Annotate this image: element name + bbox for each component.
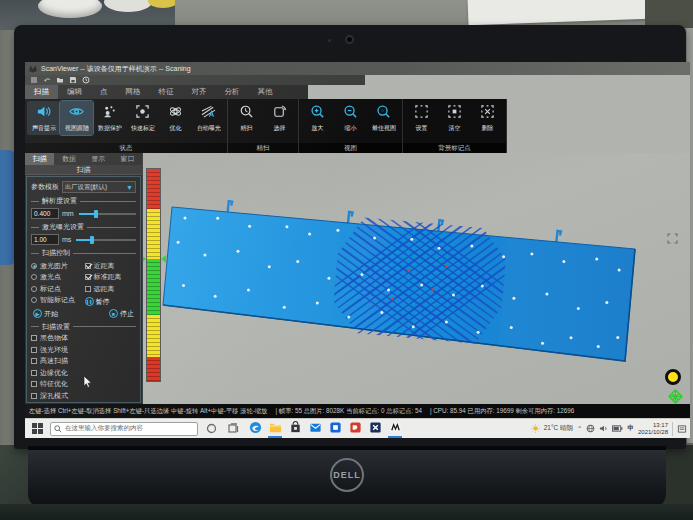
cortana-button[interactable] (202, 420, 220, 438)
red-marker-point (408, 270, 411, 273)
dell-logo: DELL (330, 458, 364, 492)
marker-point (502, 255, 505, 258)
scanviewer-app-button[interactable] (386, 420, 404, 438)
mouse-hints: 左键-选择 Ctrl+左键-取消选择 Shift+左键-只选边缘 中键-旋转 A… (29, 407, 267, 416)
checkbox-标准距离[interactable]: 标准距离 (85, 272, 137, 282)
taskbar-search-input[interactable]: 在这里输入你要搜索的内容 (50, 422, 198, 436)
ribbon-tab-1[interactable]: 扫描 (25, 85, 58, 99)
task-view-button[interactable] (224, 420, 242, 438)
system-stats: | CPU: 85.94 已用内存: 19699 剩余可用内存: 12696 (430, 407, 574, 416)
volume-icon[interactable] (599, 424, 608, 433)
marker-point (545, 292, 548, 295)
quick-calibration-button[interactable]: 快速标定 (126, 101, 159, 135)
checkbox-远距离[interactable]: 远距离 (85, 284, 137, 294)
resolution-value[interactable]: 0.400 (31, 208, 59, 219)
panel-hook (348, 212, 353, 224)
select-button[interactable]: 选择 (263, 101, 296, 135)
checkbox-黑色物体[interactable]: 黑色物体 (31, 333, 136, 343)
panel-tab-扫描[interactable]: 扫描 (25, 153, 54, 165)
exposure-slider[interactable] (76, 239, 136, 241)
zoom-in-button[interactable]: 放大 (301, 101, 334, 135)
taskbar-clock[interactable]: 13:17 2021/10/28 (638, 422, 668, 436)
window-title: ScanViewer -- 该设备仅用于样机演示 -- Scaning (41, 64, 191, 74)
scan-settings-panel: 扫描数据显示窗口 扫描 参数模板 出厂设置(默认) ▼ 解析度设置 0.4 (25, 153, 143, 404)
weather-text[interactable]: 21°C 晴朗 (544, 424, 573, 433)
blue-app-button[interactable] (326, 420, 344, 438)
scan-control-section-title: 扫描控制 (31, 248, 136, 258)
button-label: 声音提示 (32, 124, 56, 132)
red-marker-point (391, 298, 394, 301)
button-label: 删除 (482, 124, 494, 132)
eye-button[interactable]: 视图跟随 (60, 101, 93, 135)
panel-tab-数据[interactable]: 数据 (54, 153, 83, 165)
tray-expand-chevron[interactable]: ⌃ (577, 425, 582, 433)
network-icon[interactable] (586, 424, 595, 433)
data-protection-button[interactable]: 数据保护 (93, 101, 126, 135)
checkbox-强光环境[interactable]: 强光环境 (31, 345, 136, 355)
auto-exposure-button[interactable]: 自动曝光 (192, 101, 225, 135)
checkbox-box (85, 263, 91, 269)
ime-indicator[interactable]: 中 (627, 424, 634, 433)
edge-button[interactable] (246, 420, 264, 438)
marker-point (347, 316, 350, 319)
start-button[interactable] (28, 423, 46, 434)
checkbox-深孔模式[interactable]: 深孔模式 (31, 391, 136, 401)
notification-center-icon[interactable] (677, 424, 687, 434)
resolution-slider[interactable] (79, 213, 136, 215)
markers-delete-button[interactable]: 删除 (471, 101, 504, 135)
speaker-button[interactable]: 声音提示 (27, 101, 60, 135)
best-view-button[interactable]: 最佳视图 (367, 101, 400, 135)
ribbon-tab-5[interactable]: 特征 (150, 85, 183, 99)
checkbox-高速扫描[interactable]: 高速扫描 (31, 356, 136, 366)
button-label: 选择 (274, 124, 286, 132)
white-box (468, 0, 649, 25)
radio-标记点[interactable]: 标记点 (31, 284, 83, 294)
checkbox-近距离[interactable]: 近距离 (85, 261, 137, 271)
mail-button[interactable] (306, 420, 324, 438)
3d-viewport[interactable] (143, 153, 690, 404)
ribbon-tab-7[interactable]: 分析 (216, 85, 249, 99)
fine-scan-button[interactable]: 精扫 (230, 101, 263, 135)
checkbox-速度优先[interactable]: 速度优先 (31, 402, 136, 403)
markers-clear-button[interactable]: 清空 (438, 101, 471, 135)
param-template-select[interactable]: 出厂设置(默认) ▼ (62, 181, 136, 193)
radio-激光图片[interactable]: 激光图片 (31, 261, 83, 271)
x-app-button[interactable] (366, 420, 384, 438)
save-icon[interactable] (69, 76, 77, 84)
scan-settings-section-title: 扫描设置 (31, 322, 136, 332)
ribbon-tab-2[interactable]: 编辑 (58, 85, 91, 99)
undo-icon[interactable] (43, 76, 51, 84)
stop-button[interactable]: ■ 停止 (109, 309, 134, 319)
exposure-value[interactable]: 1.00 (31, 234, 59, 245)
ribbon-tab-6[interactable]: 对齐 (183, 85, 216, 99)
zoom-out-button[interactable]: 缩小 (334, 101, 367, 135)
mail-icon (309, 420, 322, 438)
folder-open-icon[interactable] (56, 76, 64, 84)
pause-button[interactable]: ❚❚暂停 (85, 297, 137, 307)
ribbon-tab-8[interactable]: 其他 (249, 85, 282, 99)
optimize-button[interactable]: 优化 (159, 101, 192, 135)
window-titlebar: ScanViewer -- 该设备仅用于样机演示 -- Scaning (25, 62, 690, 75)
store-button[interactable] (286, 420, 304, 438)
fullscreen-icon[interactable] (667, 233, 678, 244)
markers-set-button[interactable]: 设置 (405, 101, 438, 135)
panel-tab-窗口[interactable]: 窗口 (113, 153, 142, 165)
ribbon-tab-4[interactable]: 网格 (117, 85, 150, 99)
markers-clear-icon (447, 104, 462, 123)
exposure-unit: ms (62, 236, 71, 243)
history-icon[interactable] (82, 76, 90, 84)
ribbon-group-label: 状态 (25, 143, 227, 153)
red-app-button[interactable] (346, 420, 364, 438)
photo-scene: ScanViewer -- 该设备仅用于样机演示 -- Scaning 扫描编辑… (0, 0, 693, 520)
app-menu-icon[interactable] (30, 76, 38, 84)
data-protection-icon (102, 104, 117, 123)
panel-tab-显示[interactable]: 显示 (84, 153, 113, 165)
explorer-button[interactable] (266, 420, 284, 438)
quick-access-toolbar (25, 75, 365, 85)
start-button[interactable]: ▶ 开始 (33, 309, 58, 319)
radio-智能标记点[interactable]: 智能标记点 (31, 295, 83, 305)
radio-激光点[interactable]: 激光点 (31, 272, 83, 282)
ribbon-tab-3[interactable]: 点 (91, 85, 117, 99)
battery-icon[interactable] (612, 424, 623, 433)
zoom-out-icon (343, 104, 358, 123)
